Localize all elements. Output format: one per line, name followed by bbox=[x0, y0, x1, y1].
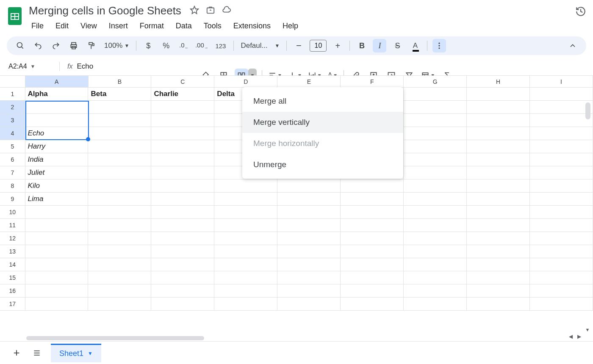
cell-H7[interactable] bbox=[467, 166, 530, 179]
cell-G17[interactable] bbox=[404, 298, 467, 311]
row-header-9[interactable]: 9 bbox=[0, 193, 25, 206]
star-icon[interactable] bbox=[190, 6, 199, 17]
cell-D8[interactable] bbox=[214, 179, 277, 193]
row-header-1[interactable]: 1 bbox=[0, 88, 25, 101]
cell-D15[interactable] bbox=[214, 271, 277, 284]
cell-B5[interactable] bbox=[88, 140, 151, 153]
cell-I9[interactable] bbox=[530, 193, 593, 206]
cell-C8[interactable] bbox=[151, 179, 214, 193]
cell-A9[interactable]: Lima bbox=[25, 193, 89, 206]
column-header-C[interactable]: C bbox=[151, 76, 214, 88]
column-header-I[interactable]: I bbox=[530, 76, 593, 88]
decrease-font-button[interactable]: − bbox=[292, 39, 305, 52]
cell-B4[interactable] bbox=[88, 127, 151, 140]
cell-G11[interactable] bbox=[404, 219, 467, 232]
row-header-7[interactable]: 7 bbox=[0, 166, 25, 179]
cell-E15[interactable] bbox=[277, 271, 341, 284]
cell-A1[interactable]: Alpha bbox=[25, 88, 89, 101]
cell-D17[interactable] bbox=[214, 298, 277, 311]
cell-B1[interactable]: Beta bbox=[88, 88, 151, 101]
currency-button[interactable]: $ bbox=[141, 39, 155, 52]
decrease-decimals-button[interactable]: .0← bbox=[177, 39, 191, 52]
move-icon[interactable] bbox=[206, 6, 215, 17]
menu-help[interactable]: Help bbox=[278, 20, 302, 32]
row-header-4[interactable]: 4 bbox=[0, 127, 25, 140]
cell-I1[interactable] bbox=[530, 88, 593, 101]
cell-B15[interactable] bbox=[88, 271, 151, 284]
cell-B11[interactable] bbox=[88, 219, 151, 232]
column-header-B[interactable]: B bbox=[89, 76, 152, 88]
italic-button[interactable]: I bbox=[373, 39, 386, 52]
cell-G5[interactable] bbox=[404, 140, 467, 153]
add-sheet-button[interactable]: + bbox=[10, 347, 23, 359]
cell-B3[interactable] bbox=[88, 114, 151, 127]
cell-H12[interactable] bbox=[467, 232, 530, 245]
cell-E10[interactable] bbox=[277, 206, 341, 219]
cell-C17[interactable] bbox=[151, 298, 214, 311]
cell-B17[interactable] bbox=[88, 298, 151, 311]
cell-E14[interactable] bbox=[277, 258, 341, 271]
cell-B7[interactable] bbox=[88, 166, 151, 179]
cell-A10[interactable] bbox=[25, 206, 89, 219]
cell-I16[interactable] bbox=[530, 284, 593, 298]
cell-A13[interactable] bbox=[25, 245, 89, 258]
cell-I4[interactable] bbox=[530, 127, 593, 140]
row-header-14[interactable]: 14 bbox=[0, 258, 25, 271]
column-header-H[interactable]: H bbox=[467, 76, 530, 88]
font-select[interactable]: Defaul... ▼ bbox=[239, 41, 281, 50]
cell-H5[interactable] bbox=[467, 140, 530, 153]
menu-insert[interactable]: Insert bbox=[105, 20, 132, 32]
cell-E17[interactable] bbox=[277, 298, 341, 311]
merge-option-merge-vertically[interactable]: Merge vertically bbox=[242, 112, 403, 133]
cell-H11[interactable] bbox=[467, 219, 530, 232]
cell-B10[interactable] bbox=[88, 206, 151, 219]
cell-D14[interactable] bbox=[214, 258, 277, 271]
more-options-button[interactable] bbox=[432, 39, 446, 52]
cell-E13[interactable] bbox=[277, 245, 341, 258]
cell-F12[interactable] bbox=[341, 232, 404, 245]
cell-H16[interactable] bbox=[467, 284, 530, 298]
cell-F16[interactable] bbox=[341, 284, 404, 298]
cell-H4[interactable] bbox=[467, 127, 530, 140]
scroll-right-button[interactable]: ▶ bbox=[575, 333, 583, 340]
cell-D11[interactable] bbox=[214, 219, 277, 232]
column-header-F[interactable]: F bbox=[341, 76, 404, 88]
undo-button[interactable] bbox=[31, 39, 45, 52]
row-header-6[interactable]: 6 bbox=[0, 153, 25, 166]
percent-button[interactable]: % bbox=[159, 39, 173, 52]
cell-F9[interactable] bbox=[341, 193, 404, 206]
cell-F10[interactable] bbox=[341, 206, 404, 219]
sheet-tab-dropdown-icon[interactable]: ▼ bbox=[88, 350, 93, 356]
row-header-5[interactable]: 5 bbox=[0, 140, 25, 153]
cell-A16[interactable] bbox=[25, 284, 89, 298]
all-sheets-button[interactable] bbox=[30, 347, 43, 359]
cell-C14[interactable] bbox=[151, 258, 214, 271]
cell-G10[interactable] bbox=[404, 206, 467, 219]
cell-C6[interactable] bbox=[151, 153, 214, 166]
cell-I11[interactable] bbox=[530, 219, 593, 232]
cell-E12[interactable] bbox=[277, 232, 341, 245]
text-color-button[interactable]: A bbox=[408, 39, 422, 52]
cell-I17[interactable] bbox=[530, 298, 593, 311]
increase-font-button[interactable]: + bbox=[331, 39, 344, 52]
cloud-status-icon[interactable] bbox=[222, 6, 231, 17]
row-header-16[interactable]: 16 bbox=[0, 284, 25, 298]
cell-H13[interactable] bbox=[467, 245, 530, 258]
cell-I14[interactable] bbox=[530, 258, 593, 271]
cell-A14[interactable] bbox=[25, 258, 89, 271]
row-header-11[interactable]: 11 bbox=[0, 219, 25, 232]
row-header-15[interactable]: 15 bbox=[0, 271, 25, 284]
cell-A5[interactable]: Harry bbox=[25, 140, 89, 153]
cell-C12[interactable] bbox=[151, 232, 214, 245]
cell-G6[interactable] bbox=[404, 153, 467, 166]
cell-A3[interactable] bbox=[25, 114, 89, 127]
cell-F8[interactable] bbox=[341, 179, 404, 193]
cell-F17[interactable] bbox=[341, 298, 404, 311]
cell-I8[interactable] bbox=[530, 179, 593, 193]
cell-A12[interactable] bbox=[25, 232, 89, 245]
cell-G7[interactable] bbox=[404, 166, 467, 179]
cell-D9[interactable] bbox=[214, 193, 277, 206]
cell-G13[interactable] bbox=[404, 245, 467, 258]
cell-B2[interactable] bbox=[88, 101, 151, 114]
paint-format-button[interactable] bbox=[85, 39, 98, 52]
